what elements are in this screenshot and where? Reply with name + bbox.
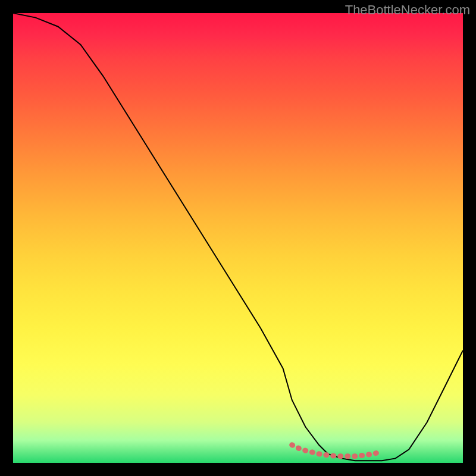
bottleneck-curve-line [13, 13, 463, 461]
attribution-text: TheBottleNecker.com [345, 2, 470, 18]
chart-svg [13, 13, 463, 463]
optimal-zone-marker-line [292, 445, 382, 456]
chart-plot-area [13, 13, 463, 463]
